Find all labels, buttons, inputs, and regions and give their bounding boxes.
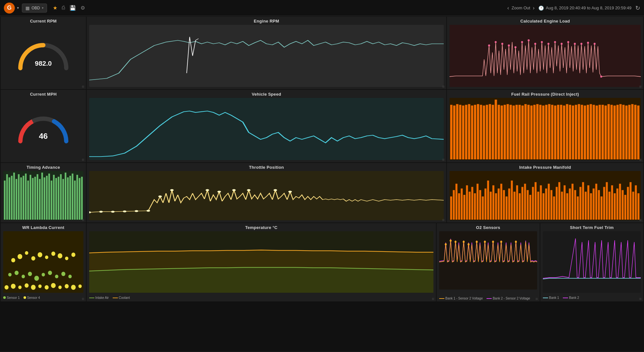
logo-button[interactable]: G [4,3,15,14]
svg-point-16 [574,43,576,45]
temperature-title: Temperature °C [89,225,433,230]
svg-point-131 [288,191,292,193]
svg-rect-31 [471,106,473,159]
svg-point-252 [468,243,469,245]
svg-rect-184 [569,188,571,220]
settings-icon[interactable]: ⚙ [80,5,85,11]
svg-rect-82 [622,105,625,159]
svg-rect-26 [456,104,458,159]
svg-rect-89 [4,181,5,220]
zoom-area: ‹ Zoom Out › [507,5,535,11]
svg-point-251 [463,241,465,243]
svg-rect-103 [37,174,38,220]
svg-point-238 [34,276,39,281]
svg-rect-179 [556,187,558,220]
svg-rect-156 [495,193,497,220]
zoom-out-label[interactable]: Zoom Out [512,5,530,10]
save-icon[interactable]: 💾 [70,5,76,11]
svg-rect-172 [537,192,539,220]
svg-rect-33 [477,104,479,159]
svg-text:46: 46 [39,132,48,140]
svg-rect-65 [572,106,574,159]
intake-manifold-title: Intake Pressure Manifold [450,165,641,170]
nav-right: ‹ Zoom Out › 🕐 Aug 8, 2019 20:40:49 to A… [507,5,640,12]
o2-sensors-chart [439,231,537,290]
wr-lambda-svg [3,231,83,293]
svg-point-240 [48,271,52,275]
svg-rect-42 [504,105,506,159]
temperature-legend: Intake Air Coolant [89,296,130,300]
svg-point-216 [38,252,43,257]
svg-rect-204 [622,190,624,220]
nav-left: G ▦ OBD ▾ ★ ⎙ 💾 ⚙ [4,3,85,14]
svg-rect-48 [521,106,524,159]
svg-rect-140 [453,190,455,220]
svg-rect-77 [608,104,610,159]
svg-rect-107 [46,176,48,220]
engine-rpm-chart [89,25,444,87]
rpm-gauge-svg: 982.0 [15,41,71,71]
svg-rect-176 [548,184,550,220]
svg-rect-169 [529,195,531,220]
svg-point-217 [45,255,48,259]
svg-rect-51 [530,106,533,159]
resize-handle: ⊞ [639,85,642,88]
sensor1-legend-item: Sensor 1 [3,296,20,300]
fuel-trim-legend: Bank 1 Bank 2 [543,296,579,300]
temperature-svg [89,231,433,293]
svg-rect-207 [630,182,631,220]
refresh-icon[interactable]: ↻ [635,5,640,12]
svg-rect-191 [587,185,589,220]
zoom-prev[interactable]: ‹ [507,5,509,11]
svg-rect-54 [539,105,542,159]
resize-handle: ⊞ [432,297,435,300]
resize-handle: ⊞ [442,85,445,88]
svg-rect-200 [611,185,613,220]
svg-rect-80 [616,105,619,159]
resize-handle: ⊞ [535,297,539,300]
svg-rect-168 [527,190,529,220]
svg-rect-194 [595,184,597,220]
sensor4-legend-item: Sensor 4 [24,296,40,300]
wr-lambda-chart [3,231,83,293]
svg-rect-47 [518,105,521,159]
temperature-chart [89,231,433,293]
svg-rect-59 [554,106,556,159]
svg-rect-203 [619,184,621,220]
svg-rect-175 [545,188,547,220]
svg-point-220 [65,257,68,260]
star-icon[interactable]: ★ [53,5,57,11]
svg-rect-72 [592,105,595,159]
svg-point-243 [68,275,71,278]
svg-rect-208 [632,192,634,220]
svg-point-9 [528,39,530,41]
svg-rect-73 [596,106,598,159]
svg-rect-37 [489,104,491,159]
svg-point-254 [484,241,486,243]
svg-rect-117 [69,176,71,220]
svg-point-231 [65,284,69,288]
svg-rect-60 [557,105,559,159]
svg-rect-1 [89,25,444,87]
svg-rect-188 [580,187,582,220]
svg-rect-120 [76,175,78,220]
zoom-next[interactable]: › [533,5,535,11]
svg-rect-56 [545,105,547,159]
svg-point-129 [247,189,251,191]
svg-rect-198 [606,182,608,220]
svg-rect-104 [39,179,41,220]
resize-handle: ⊞ [82,297,85,300]
share-icon[interactable]: ⎙ [62,5,65,11]
clock-icon: 🕐 [538,5,544,11]
svg-point-136 [135,210,138,212]
vehicle-speed-chart [89,98,444,160]
svg-rect-83 [625,106,628,159]
svg-point-219 [58,253,62,259]
svg-rect-55 [542,106,545,159]
obd-dropdown[interactable]: ▦ OBD ▾ [22,4,47,13]
svg-rect-118 [72,174,73,220]
svg-rect-95 [18,174,20,220]
svg-rect-74 [599,105,601,159]
svg-rect-121 [79,178,80,220]
svg-point-241 [55,275,58,278]
